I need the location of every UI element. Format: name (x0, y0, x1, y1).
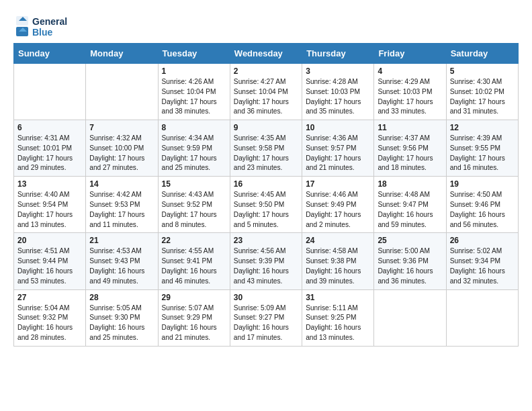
day-info: Sunrise: 4:39 AM Sunset: 9:55 PM Dayligh… (450, 134, 515, 173)
calendar-cell: 29Sunrise: 5:07 AM Sunset: 9:29 PM Dayli… (158, 289, 230, 346)
calendar-cell: 26Sunrise: 5:02 AM Sunset: 9:34 PM Dayli… (446, 233, 518, 289)
calendar-table: SundayMondayTuesdayWednesdayThursdayFrid… (13, 43, 519, 347)
calendar-cell: 14Sunrise: 4:42 AM Sunset: 9:53 PM Dayli… (86, 177, 158, 233)
calendar-cell: 31Sunrise: 5:11 AM Sunset: 9:25 PM Dayli… (302, 289, 374, 346)
day-number: 2 (234, 66, 298, 76)
calendar-cell: 10Sunrise: 4:36 AM Sunset: 9:57 PM Dayli… (302, 120, 374, 177)
day-info: Sunrise: 5:05 AM Sunset: 9:30 PM Dayligh… (89, 304, 154, 343)
day-info: Sunrise: 5:09 AM Sunset: 9:27 PM Dayligh… (234, 304, 298, 343)
day-number: 15 (162, 179, 226, 189)
day-info: Sunrise: 4:43 AM Sunset: 9:52 PM Dayligh… (162, 190, 226, 230)
day-number: 7 (89, 123, 154, 132)
calendar-cell: 21Sunrise: 4:53 AM Sunset: 9:43 PM Dayli… (86, 233, 158, 289)
day-number: 8 (162, 123, 226, 132)
day-info: Sunrise: 4:32 AM Sunset: 10:00 PM Daylig… (89, 134, 154, 173)
day-info: Sunrise: 4:28 AM Sunset: 10:03 PM Daylig… (306, 77, 370, 117)
day-info: Sunrise: 4:29 AM Sunset: 10:03 PM Daylig… (378, 77, 442, 117)
calendar-cell (14, 64, 86, 120)
column-header-friday: Friday (374, 44, 446, 64)
day-number: 30 (234, 293, 298, 302)
calendar-cell: 25Sunrise: 5:00 AM Sunset: 9:36 PM Dayli… (374, 233, 446, 289)
svg-text:General: General (32, 16, 67, 27)
column-header-tuesday: Tuesday (158, 44, 230, 64)
page-header: General Blue (13, 13, 519, 39)
day-number: 11 (378, 123, 442, 132)
column-header-sunday: Sunday (14, 44, 86, 64)
calendar-cell: 9Sunrise: 4:35 AM Sunset: 9:58 PM Daylig… (230, 120, 302, 177)
day-info: Sunrise: 4:26 AM Sunset: 10:04 PM Daylig… (162, 77, 226, 117)
day-number: 28 (89, 293, 154, 302)
day-number: 13 (17, 179, 82, 189)
calendar-cell: 11Sunrise: 4:37 AM Sunset: 9:56 PM Dayli… (374, 120, 446, 177)
day-number: 25 (378, 236, 442, 245)
day-number: 18 (378, 179, 442, 189)
day-number: 10 (306, 123, 370, 132)
logo-container: General Blue (13, 13, 81, 39)
calendar-cell (374, 289, 446, 346)
day-info: Sunrise: 4:42 AM Sunset: 9:53 PM Dayligh… (89, 190, 154, 230)
day-info: Sunrise: 4:55 AM Sunset: 9:41 PM Dayligh… (162, 246, 226, 286)
calendar-cell: 17Sunrise: 4:46 AM Sunset: 9:49 PM Dayli… (302, 177, 374, 233)
calendar-cell: 2Sunrise: 4:27 AM Sunset: 10:04 PM Dayli… (230, 64, 302, 120)
calendar-cell: 3Sunrise: 4:28 AM Sunset: 10:03 PM Dayli… (302, 64, 374, 120)
logo: General Blue (13, 13, 81, 39)
calendar-cell: 12Sunrise: 4:39 AM Sunset: 9:55 PM Dayli… (446, 120, 518, 177)
calendar-cell: 30Sunrise: 5:09 AM Sunset: 9:27 PM Dayli… (230, 289, 302, 346)
day-info: Sunrise: 4:51 AM Sunset: 9:44 PM Dayligh… (17, 246, 82, 286)
day-number: 22 (162, 236, 226, 245)
calendar-cell: 28Sunrise: 5:05 AM Sunset: 9:30 PM Dayli… (86, 289, 158, 346)
calendar-cell: 5Sunrise: 4:30 AM Sunset: 10:02 PM Dayli… (446, 64, 518, 120)
day-number: 31 (306, 293, 370, 302)
day-number: 9 (234, 123, 298, 132)
day-number: 14 (89, 179, 154, 189)
calendar-week-1: 1Sunrise: 4:26 AM Sunset: 10:04 PM Dayli… (14, 64, 519, 120)
calendar-cell: 1Sunrise: 4:26 AM Sunset: 10:04 PM Dayli… (158, 64, 230, 120)
calendar-cell: 16Sunrise: 4:45 AM Sunset: 9:50 PM Dayli… (230, 177, 302, 233)
day-number: 23 (234, 236, 298, 245)
calendar-week-2: 6Sunrise: 4:31 AM Sunset: 10:01 PM Dayli… (14, 120, 519, 177)
calendar-cell (86, 64, 158, 120)
day-info: Sunrise: 4:40 AM Sunset: 9:54 PM Dayligh… (17, 190, 82, 230)
day-info: Sunrise: 4:58 AM Sunset: 9:38 PM Dayligh… (306, 246, 370, 286)
day-number: 4 (378, 66, 442, 76)
column-header-monday: Monday (86, 44, 158, 64)
day-number: 6 (17, 123, 82, 132)
calendar-cell: 18Sunrise: 4:48 AM Sunset: 9:47 PM Dayli… (374, 177, 446, 233)
day-info: Sunrise: 4:53 AM Sunset: 9:43 PM Dayligh… (89, 246, 154, 286)
day-info: Sunrise: 5:04 AM Sunset: 9:32 PM Dayligh… (17, 304, 82, 343)
day-info: Sunrise: 4:27 AM Sunset: 10:04 PM Daylig… (234, 77, 298, 117)
calendar-cell: 8Sunrise: 4:34 AM Sunset: 9:59 PM Daylig… (158, 120, 230, 177)
column-header-wednesday: Wednesday (230, 44, 302, 64)
calendar-cell: 4Sunrise: 4:29 AM Sunset: 10:03 PM Dayli… (374, 64, 446, 120)
day-number: 21 (89, 236, 154, 245)
calendar-week-5: 27Sunrise: 5:04 AM Sunset: 9:32 PM Dayli… (14, 289, 519, 346)
calendar-cell: 6Sunrise: 4:31 AM Sunset: 10:01 PM Dayli… (14, 120, 86, 177)
calendar-cell: 24Sunrise: 4:58 AM Sunset: 9:38 PM Dayli… (302, 233, 374, 289)
calendar-cell: 20Sunrise: 4:51 AM Sunset: 9:44 PM Dayli… (14, 233, 86, 289)
day-number: 24 (306, 236, 370, 245)
calendar-cell: 27Sunrise: 5:04 AM Sunset: 9:32 PM Dayli… (14, 289, 86, 346)
day-info: Sunrise: 5:02 AM Sunset: 9:34 PM Dayligh… (450, 246, 515, 286)
day-info: Sunrise: 4:36 AM Sunset: 9:57 PM Dayligh… (306, 134, 370, 173)
day-number: 12 (450, 123, 515, 132)
day-info: Sunrise: 4:30 AM Sunset: 10:02 PM Daylig… (450, 77, 515, 117)
day-info: Sunrise: 5:00 AM Sunset: 9:36 PM Dayligh… (378, 246, 442, 286)
day-number: 20 (17, 236, 82, 245)
day-info: Sunrise: 4:46 AM Sunset: 9:49 PM Dayligh… (306, 190, 370, 230)
calendar-cell: 7Sunrise: 4:32 AM Sunset: 10:00 PM Dayli… (86, 120, 158, 177)
day-number: 5 (450, 66, 515, 76)
day-info: Sunrise: 4:45 AM Sunset: 9:50 PM Dayligh… (234, 190, 298, 230)
day-number: 3 (306, 66, 370, 76)
calendar-cell: 23Sunrise: 4:56 AM Sunset: 9:39 PM Dayli… (230, 233, 302, 289)
column-header-saturday: Saturday (446, 44, 518, 64)
day-info: Sunrise: 4:50 AM Sunset: 9:46 PM Dayligh… (450, 190, 515, 230)
day-info: Sunrise: 4:56 AM Sunset: 9:39 PM Dayligh… (234, 246, 298, 286)
day-info: Sunrise: 4:48 AM Sunset: 9:47 PM Dayligh… (378, 190, 442, 230)
day-info: Sunrise: 4:37 AM Sunset: 9:56 PM Dayligh… (378, 134, 442, 173)
day-info: Sunrise: 4:31 AM Sunset: 10:01 PM Daylig… (17, 134, 82, 173)
calendar-header-row: SundayMondayTuesdayWednesdayThursdayFrid… (14, 44, 519, 64)
column-header-thursday: Thursday (302, 44, 374, 64)
calendar-week-3: 13Sunrise: 4:40 AM Sunset: 9:54 PM Dayli… (14, 177, 519, 233)
calendar-week-4: 20Sunrise: 4:51 AM Sunset: 9:44 PM Dayli… (14, 233, 519, 289)
calendar-cell (446, 289, 518, 346)
